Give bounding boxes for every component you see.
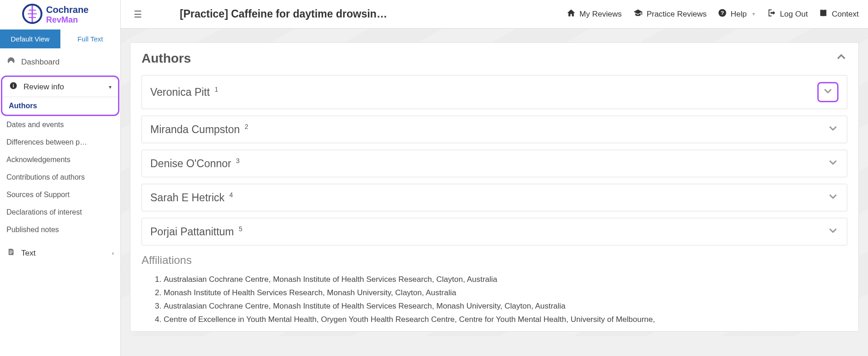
link-label: Log Out [780,10,808,19]
sidebar-item-label: Dates and events [6,121,64,129]
author-name: Veronica Pitt 1 [150,86,218,99]
link-label: My Reviews [579,10,622,19]
sidebar-item-review-info[interactable]: i Review info ▾ [2,77,118,97]
practice-reviews-link[interactable]: Practice Reviews [633,8,707,20]
affiliations-list: Australasian Cochrane Centre, Monash Ins… [142,273,847,327]
sidebar-item-published-notes[interactable]: Published notes [0,221,120,239]
svg-rect-8 [10,252,13,252]
author-name: Denise O'Connor 3 [150,157,240,170]
question-icon: ? [718,8,727,20]
nav-list: Dashboard [0,48,120,76]
sidebar-item-contributions[interactable]: Contributions of authors [0,169,120,186]
page-title: [Practice] Caffeine for daytime drowsin… [180,8,555,20]
sidebar-item-text[interactable]: Text ‹ [0,243,120,263]
sidebar-item-acknowledgements[interactable]: Acknowledgements [0,151,120,169]
svg-rect-9 [10,253,12,254]
author-name: Miranda Cumpston 2 [150,123,248,136]
author-ref: 4 [229,191,233,198]
sidebar-item-label: Differences between p… [6,138,87,146]
graduation-cap-icon [633,8,643,20]
expand-author-button[interactable] [827,191,838,204]
author-row[interactable]: Miranda Cumpston 2 [142,116,847,143]
help-link[interactable]: ? Help ▼ [718,8,756,20]
main: ☰ [Practice] Caffeine for daytime drowsi… [121,0,868,356]
sidebar-item-dates[interactable]: Dates and events [0,116,120,134]
author-row[interactable]: Denise O'Connor 3 [142,150,847,177]
logout-link[interactable]: Log Out [767,8,808,20]
view-tabs: Default View Full Text [0,29,120,48]
expand-author-button[interactable] [827,157,838,170]
link-label: Practice Reviews [647,10,707,19]
content: Authors Veronica Pitt 1Miranda Cumpston … [121,29,868,336]
sidebar-item-label: Authors [9,102,37,110]
book-icon [819,8,828,20]
affiliation-item: Australasian Cochrane Centre, Monash Ins… [164,273,847,286]
expand-author-button[interactable] [827,225,838,239]
dashboard-icon [6,57,16,67]
author-ref: 1 [215,86,218,93]
panel-title: Authors [142,51,191,66]
affiliation-item: Centre of Excellence in Youth Mental Hea… [164,313,847,327]
hamburger-icon[interactable]: ☰ [130,9,146,20]
sidebar-item-label: Acknowledgements [6,156,71,164]
tab-default-view[interactable]: Default View [0,29,60,48]
sidebar-item-label: Published notes [6,226,59,234]
author-ref: 2 [245,123,248,130]
author-row[interactable]: Veronica Pitt 1 [142,75,847,109]
my-reviews-link[interactable]: My Reviews [567,8,622,20]
chevron-left-icon: ‹ [112,250,114,257]
logo: Cochrane RevMan [0,0,120,29]
brand-line2: RevMan [46,15,89,25]
sidebar-item-differences[interactable]: Differences between p… [0,134,120,151]
home-icon [567,8,576,20]
svg-text:?: ? [720,10,724,16]
logout-icon [767,8,776,20]
topbar: ☰ [Practice] Caffeine for daytime drowsi… [121,0,868,29]
affiliation-item: Australasian Cochrane Centre, Monash Ins… [164,300,847,313]
sidebar-item-declarations[interactable]: Declarations of interest [0,204,120,221]
review-info-highlight: i Review info ▾ Authors [1,76,119,116]
author-name: Sarah E Hetrick 4 [150,191,233,204]
sidebar-item-dashboard[interactable]: Dashboard [0,52,120,72]
author-ref: 3 [236,157,240,164]
affiliation-item: Monash Institute of Health Services Rese… [164,286,847,300]
author-row[interactable]: Sarah E Hetrick 4 [142,184,847,211]
authors-panel: Authors Veronica Pitt 1Miranda Cumpston … [130,42,859,332]
sidebar-item-label: Dashboard [21,58,59,67]
affiliations-heading: Affiliations [142,254,847,267]
info-icon: i [9,82,18,92]
sidebar-item-label: Contributions of authors [6,173,85,181]
sidebar: Cochrane RevMan Default View Full Text D… [0,0,121,356]
svg-text:i: i [13,83,14,88]
sidebar-item-label: Review info [24,82,64,92]
context-link[interactable]: Context [819,8,859,20]
expand-author-button[interactable] [817,82,838,102]
tab-full-text[interactable]: Full Text [60,29,121,48]
sidebar-item-label: Declarations of interest [6,208,82,216]
link-label: Context [832,10,859,19]
chevron-down-icon: ▾ [109,84,112,90]
sidebar-item-label: Sources of Support [6,191,70,199]
author-name: Porjai Pattanittum 5 [150,225,242,238]
author-ref: 5 [239,225,242,233]
expand-author-button[interactable] [827,123,838,136]
cochrane-logo-icon [22,4,42,24]
sidebar-item-label: Text [21,249,35,258]
collapse-panel-button[interactable] [835,51,847,66]
brand-line1: Cochrane [46,5,89,15]
author-row[interactable]: Porjai Pattanittum 5 [142,218,847,245]
link-label: Help [731,10,747,19]
sidebar-item-authors[interactable]: Authors [2,97,118,115]
svg-rect-7 [10,251,13,251]
chevron-down-icon: ▼ [751,12,756,17]
document-icon [6,248,16,258]
sidebar-item-support[interactable]: Sources of Support [0,186,120,204]
